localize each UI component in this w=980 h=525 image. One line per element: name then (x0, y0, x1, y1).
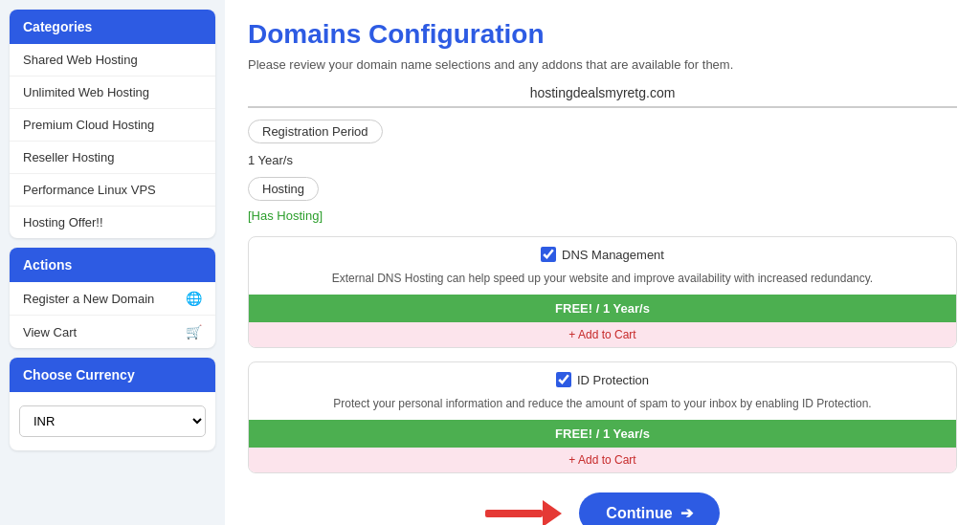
sidebar-item-premium-cloud-hosting[interactable]: Premium Cloud Hosting (10, 109, 215, 142)
continue-icon: ➔ (680, 504, 693, 522)
sidebar-item-hosting-offer[interactable]: Hosting Offer!! (10, 207, 215, 238)
actions-section: Actions Register a New Domain 🌐 View Car… (10, 248, 215, 348)
has-hosting-status: [Has Hosting] (248, 208, 957, 223)
sidebar-item-register-domain[interactable]: Register a New Domain 🌐 (10, 282, 215, 316)
dns-management-checkbox[interactable] (541, 247, 556, 262)
globe-icon: 🌐 (186, 291, 202, 306)
cart-icon: 🛒 (186, 324, 202, 339)
dns-management-add-to-cart[interactable]: + Add to Cart (249, 322, 956, 347)
dns-management-description: External DNS Hosting can help speed up y… (249, 272, 956, 295)
arrow-shaft (485, 510, 543, 517)
sidebar-item-view-cart[interactable]: View Cart 🛒 (10, 316, 215, 348)
main-content: Domains Configuration Please review your… (225, 0, 980, 525)
currency-select[interactable]: INR USD EUR GBP (19, 405, 206, 437)
continue-button[interactable]: Continue ➔ (579, 492, 719, 525)
id-protection-header: ID Protection (249, 362, 956, 397)
dns-management-card: DNS Management External DNS Hosting can … (248, 236, 957, 348)
dns-management-title: DNS Management (562, 248, 664, 262)
continue-label: Continue (606, 505, 672, 522)
currency-section: Choose Currency INR USD EUR GBP (10, 358, 215, 450)
sidebar-item-performance-linux-vps[interactable]: Performance Linux VPS (10, 174, 215, 207)
reg-period-value: 1 Year/s (248, 153, 957, 167)
id-protection-card: ID Protection Protect your personal info… (248, 361, 957, 473)
categories-header: Categories (10, 10, 215, 44)
subtitle: Please review your domain name selection… (248, 57, 957, 72)
registration-period-pill: Registration Period (248, 120, 957, 149)
sidebar-item-reseller-hosting[interactable]: Reseller Hosting (10, 142, 215, 174)
id-protection-price: FREE! / 1 Year/s (249, 420, 956, 448)
sidebar: Categories Shared Web Hosting Unlimited … (0, 0, 225, 525)
id-protection-checkbox[interactable] (556, 372, 571, 387)
red-arrow (485, 500, 562, 526)
sidebar-item-shared-web-hosting[interactable]: Shared Web Hosting (10, 44, 215, 77)
dns-management-header: DNS Management (249, 237, 956, 272)
continue-area: Continue ➔ (248, 492, 957, 525)
sidebar-item-unlimited-web-hosting[interactable]: Unlimited Web Hosting (10, 77, 215, 109)
domain-name: hostingdealsmyretg.com (248, 85, 957, 108)
dns-management-price: FREE! / 1 Year/s (249, 295, 956, 322)
categories-section: Categories Shared Web Hosting Unlimited … (10, 10, 215, 238)
currency-header: Choose Currency (10, 358, 215, 392)
hosting-label: Hosting (248, 177, 319, 201)
arrow-head (543, 500, 562, 526)
page-title: Domains Configuration (248, 19, 957, 50)
actions-header: Actions (10, 248, 215, 282)
registration-period-label: Registration Period (248, 120, 383, 143)
id-protection-add-to-cart[interactable]: + Add to Cart (249, 448, 956, 472)
id-protection-description: Protect your personal information and re… (249, 397, 956, 420)
id-protection-title: ID Protection (577, 373, 649, 387)
